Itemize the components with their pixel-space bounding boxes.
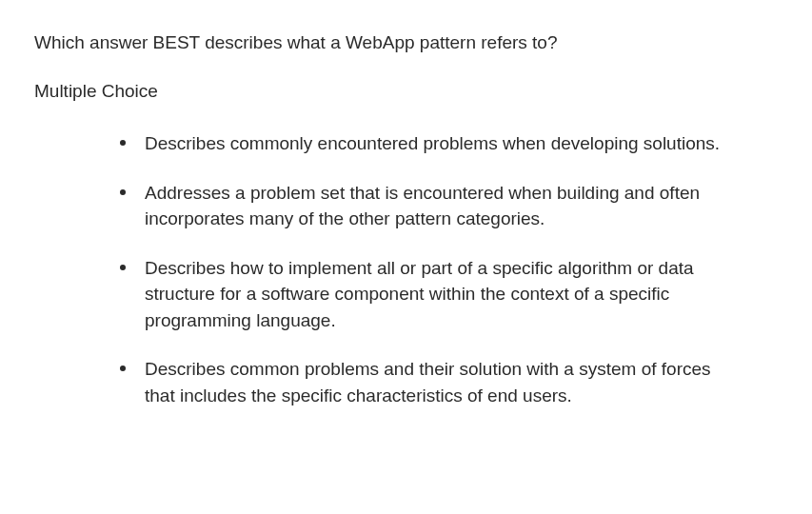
option-text: Describes common problems and their solu… <box>145 356 721 408</box>
option-item[interactable]: Describes common problems and their solu… <box>120 356 721 408</box>
option-item[interactable]: Addresses a problem set that is encounte… <box>120 180 721 232</box>
option-text: Addresses a problem set that is encounte… <box>145 180 721 232</box>
option-item[interactable]: Describes how to implement all or part o… <box>120 255 721 334</box>
bullet-icon <box>120 265 126 270</box>
bullet-icon <box>120 366 126 371</box>
bullet-icon <box>120 140 126 146</box>
option-item[interactable]: Describes commonly encountered problems … <box>120 130 721 157</box>
options-list: Describes commonly encountered problems … <box>34 130 778 408</box>
question-type-label: Multiple Choice <box>34 79 778 105</box>
question-text: Which answer BEST describes what a WebAp… <box>34 30 778 56</box>
option-text: Describes commonly encountered problems … <box>145 130 720 157</box>
bullet-icon <box>120 189 126 195</box>
option-text: Describes how to implement all or part o… <box>145 255 721 334</box>
